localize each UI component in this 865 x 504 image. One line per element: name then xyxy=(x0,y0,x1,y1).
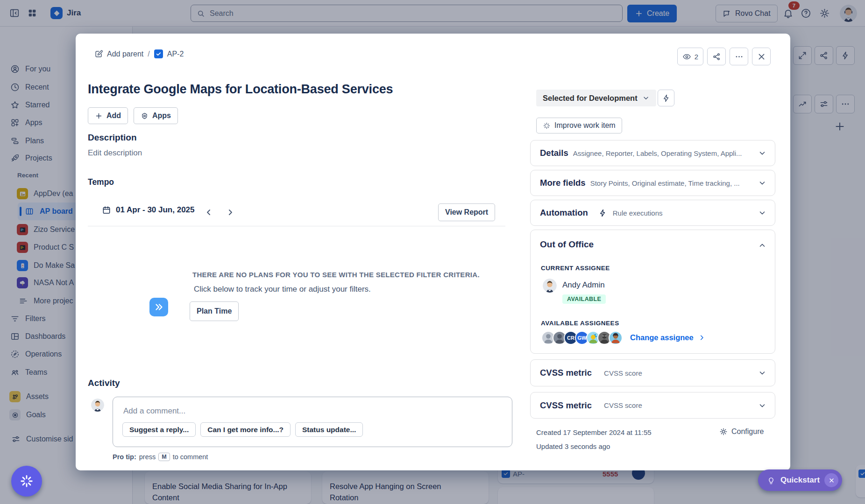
panel-summary: Rule executions xyxy=(613,209,758,217)
lightbulb-icon xyxy=(766,476,776,485)
next-period-button[interactable] xyxy=(222,204,238,220)
configure-button[interactable]: Configure xyxy=(719,427,764,436)
work-item-modal: Add parent / AP-2 2 Integrate Google Map… xyxy=(76,34,790,470)
panel-title: CVSS metric xyxy=(540,368,592,378)
plus-icon xyxy=(95,112,103,120)
status-label: Selected for Development xyxy=(543,94,638,103)
quickstart-button[interactable]: Quickstart xyxy=(758,469,842,491)
plan-time-button[interactable]: Plan Time xyxy=(190,301,239,321)
jira-app: Enable Social Media Sharing for In-App C… xyxy=(0,0,865,504)
chevron-right-icon xyxy=(226,208,235,217)
apps-label: Apps xyxy=(152,112,171,120)
pro-tip-text: press xyxy=(139,453,156,461)
panel-summary: Assignee, Reporter, Labels, Operating Sy… xyxy=(573,149,753,157)
share-button[interactable] xyxy=(707,48,726,65)
view-report-button[interactable]: View Report xyxy=(438,203,495,221)
cvss-metric-panel[interactable]: CVSS metric CVSS score xyxy=(530,359,775,386)
panel-title: Automation xyxy=(540,208,588,218)
quickstart-close-button[interactable] xyxy=(824,473,838,487)
previous-period-button[interactable] xyxy=(201,204,217,220)
pro-tip: Pro tip: press M to comment xyxy=(113,453,208,461)
improve-work-item-button[interactable]: Improve work item xyxy=(536,118,622,133)
eye-icon xyxy=(682,52,691,61)
edit-icon xyxy=(94,49,103,58)
suggestion-chip-more-info[interactable]: Can I get more info...? xyxy=(200,422,291,437)
chevron-left-icon xyxy=(204,208,213,217)
updated-timestamp: Updated 3 seconds ago xyxy=(536,442,610,450)
created-timestamp: Created 17 September 2024 at 11:55 xyxy=(536,428,652,436)
breadcrumb-separator: / xyxy=(148,50,149,58)
plan-time-label: Plan Time xyxy=(197,307,232,315)
chevron-down-icon xyxy=(758,149,766,157)
out-of-office-panel: Out of Office CURRENT ASSIGNEE Andy Admi… xyxy=(530,230,775,354)
chevron-down-icon xyxy=(758,401,766,410)
assignee-name: Andy Admin xyxy=(562,280,605,290)
date-range-label: 01 Apr - 30 Jun, 2025 xyxy=(116,205,195,215)
pro-tip-text-after: to comment xyxy=(173,453,208,461)
apps-button[interactable]: Apps xyxy=(134,107,178,124)
status-dropdown[interactable]: Selected for Development xyxy=(536,90,656,106)
cvss-metric-panel[interactable]: CVSS metric CVSS score xyxy=(530,392,775,419)
change-assignee-link[interactable]: Change assignee xyxy=(630,333,694,342)
activity-heading: Activity xyxy=(88,378,120,388)
tempo-empty-title: THERE ARE NO PLANS FOR YOU TO SEE WITH T… xyxy=(192,271,480,279)
tempo-date-picker[interactable]: 01 Apr - 30 Jun, 2025 xyxy=(102,205,195,215)
work-item-title[interactable]: Integrate Google Maps for Location-Based… xyxy=(88,82,522,97)
comment-field[interactable]: Add a comment... Suggest a reply... Can … xyxy=(113,397,512,447)
sparkle-burst-icon xyxy=(20,474,34,488)
suggestion-chip-status[interactable]: Status update... xyxy=(295,422,363,437)
comment-placeholder: Add a comment... xyxy=(123,406,185,416)
panel-title: CVSS metric xyxy=(540,400,592,411)
watcher-count: 2 xyxy=(695,53,698,61)
view-report-label: View Report xyxy=(445,208,488,217)
add-parent-label: Add parent xyxy=(107,50,143,58)
automation-panel[interactable]: Automation Rule executions xyxy=(530,200,775,226)
tempo-heading: Tempo xyxy=(88,177,114,187)
gear-icon xyxy=(719,427,728,436)
issue-key-link[interactable]: AP-2 xyxy=(167,50,184,58)
tempo-empty-hint: Click below to track your time or adjust… xyxy=(194,285,371,294)
panel-title: Details xyxy=(540,148,568,158)
add-parent-button[interactable]: Add parent xyxy=(94,49,143,58)
add-label: Add xyxy=(106,112,121,120)
lightning-icon xyxy=(598,209,607,217)
chevron-down-icon xyxy=(758,369,766,377)
keyboard-key-m: M xyxy=(158,453,170,461)
share-icon xyxy=(712,52,721,61)
details-panel[interactable]: Details Assignee, Reporter, Labels, Oper… xyxy=(530,140,775,166)
tempo-logo-icon xyxy=(149,298,168,316)
add-button[interactable]: Add xyxy=(88,107,128,124)
panel-title: Out of Office xyxy=(540,239,594,250)
chevron-down-icon xyxy=(642,94,650,102)
task-type-icon xyxy=(154,49,163,58)
description-placeholder[interactable]: Edit description xyxy=(88,148,142,158)
availability-badge: AVAILABLE xyxy=(562,294,606,304)
sparkle-icon xyxy=(543,122,551,130)
assignee-option-avatar[interactable] xyxy=(609,331,623,345)
pro-tip-label: Pro tip: xyxy=(113,453,136,461)
watch-button[interactable]: 2 xyxy=(677,48,703,65)
more-actions-button[interactable] xyxy=(730,48,748,65)
panel-summary: CVSS score xyxy=(604,401,758,409)
quickstart-label: Quickstart xyxy=(780,476,820,485)
current-assignee-label: CURRENT ASSIGNEE xyxy=(541,265,610,272)
automation-quick-button[interactable] xyxy=(658,90,674,106)
chevron-down-icon xyxy=(758,179,766,187)
chevron-right-icon[interactable] xyxy=(698,334,706,342)
available-assignees-label: AVAILABLE ASSIGNEES xyxy=(541,320,619,327)
apps-badge-icon xyxy=(141,112,149,120)
chevron-up-icon[interactable] xyxy=(758,241,766,250)
close-modal-button[interactable] xyxy=(752,48,771,65)
suggestion-chip-reply[interactable]: Suggest a reply... xyxy=(122,422,196,437)
panel-title: More fields xyxy=(540,178,586,188)
ai-assistant-fab[interactable] xyxy=(11,466,42,497)
assignee-avatar xyxy=(543,279,557,293)
chevron-down-icon xyxy=(758,209,766,217)
current-user-avatar xyxy=(91,399,104,412)
improve-label: Improve work item xyxy=(554,121,616,130)
calendar-icon xyxy=(102,205,111,215)
avatar-initials: CR xyxy=(567,335,574,341)
more-fields-panel[interactable]: More fields Story Points, Original estim… xyxy=(530,170,775,196)
avatar-initials: GW xyxy=(578,335,587,341)
panel-summary: CVSS score xyxy=(604,369,758,377)
